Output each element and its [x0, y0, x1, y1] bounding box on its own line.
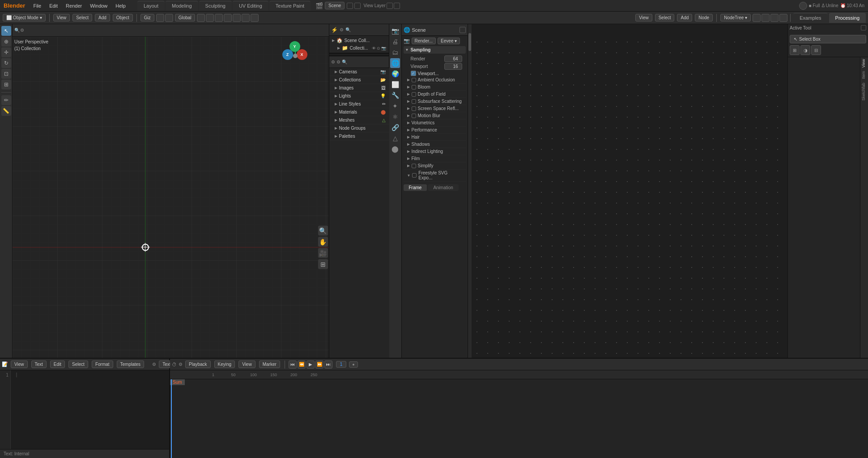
scene-props-icon[interactable]: 🌐: [390, 58, 400, 68]
ssr-header[interactable]: ▶ Screen Space Refl...: [404, 105, 466, 112]
physics-props-icon[interactable]: ⚛: [390, 112, 400, 122]
world-props-icon[interactable]: 🌍: [390, 69, 400, 79]
node-add-menu[interactable]: Add: [677, 14, 692, 21]
ambient-occlusion-header[interactable]: ▶ Ambient Occlusion: [404, 76, 466, 84]
jump-start[interactable]: ⏮: [289, 360, 297, 369]
scene-controls[interactable]: [347, 3, 353, 9]
tab-modeling[interactable]: Modeling: [166, 1, 198, 11]
performance-header[interactable]: ▶ Performance: [404, 127, 466, 134]
film-header[interactable]: ▶ Film: [404, 155, 466, 162]
tool-select[interactable]: ↖: [1, 26, 11, 36]
tab-examples[interactable]: Examples: [793, 13, 827, 23]
ssr-cb[interactable]: [412, 106, 416, 111]
giz-btn[interactable]: Giz: [140, 14, 154, 21]
scene-selector[interactable]: Scene: [325, 2, 345, 9]
dof-header[interactable]: ▶ Depth of Field: [404, 91, 466, 98]
tab-texture-paint[interactable]: Texture Paint: [269, 1, 311, 11]
tl-marker[interactable]: Marker: [259, 360, 280, 368]
viewport-denoising-cb[interactable]: ✓: [411, 71, 416, 76]
select-menu[interactable]: Select: [72, 14, 92, 21]
node-view-menu[interactable]: View: [635, 14, 652, 21]
te-text[interactable]: Text: [31, 360, 47, 368]
freestyle-header[interactable]: ▼ Freestyle SVG Expo...: [404, 170, 466, 182]
sampling-header[interactable]: ▼ Sampling: [404, 46, 466, 54]
constraints-props-icon[interactable]: 🔗: [390, 123, 400, 132]
tool-transform[interactable]: ⊞: [1, 80, 11, 89]
current-frame[interactable]: 1: [336, 361, 347, 368]
view-layer-props-icon[interactable]: 🗂: [390, 47, 400, 57]
te-templates[interactable]: Templates: [117, 360, 145, 368]
rotate-tool[interactable]: [206, 14, 214, 22]
viewport-value[interactable]: 16: [444, 63, 462, 70]
data-line-styles[interactable]: ▶ Line Styles ✏: [329, 100, 389, 108]
user-avatar[interactable]: [799, 2, 807, 10]
te-edit[interactable]: Edit: [50, 360, 65, 368]
material-props-icon[interactable]: ⬤: [390, 144, 400, 154]
view-layer-ctrl-2[interactable]: [394, 3, 400, 9]
tool-measure[interactable]: 📏: [1, 106, 11, 116]
hair-header[interactable]: ▶ Hair: [404, 134, 466, 141]
global-btn[interactable]: Global: [175, 14, 195, 21]
vtab-item[interactable]: Item: [860, 69, 868, 81]
menu-render[interactable]: Render: [62, 2, 85, 9]
data-props-icon[interactable]: △: [390, 133, 400, 143]
ao-cb[interactable]: [412, 78, 416, 82]
prev-frame[interactable]: ⏪: [298, 360, 306, 369]
scene-pin[interactable]: [460, 27, 466, 33]
zoom-tool[interactable]: 🔍: [318, 226, 328, 236]
viewport-mode-btn[interactable]: ⬜ Object Mode ▾: [3, 14, 46, 21]
dof-cb[interactable]: [412, 92, 416, 97]
data-materials[interactable]: ▶ Materials ⬤: [329, 108, 389, 116]
restrict-icon[interactable]: ⊙: [377, 46, 380, 51]
particles-props-icon[interactable]: ✦: [390, 101, 400, 111]
select-box-btn[interactable]: ↖ Select Box: [790, 35, 866, 43]
node-ctrl3[interactable]: [770, 14, 779, 22]
node-select-menu[interactable]: Select: [655, 14, 675, 21]
vtab-sketchfab[interactable]: Sketchfab: [860, 81, 868, 102]
te-select[interactable]: Select: [68, 360, 88, 368]
data-collections[interactable]: ▶ Collections 📂: [329, 76, 389, 84]
menu-help[interactable]: Help: [112, 2, 129, 9]
node-ctrl2[interactable]: [762, 14, 770, 22]
modifier-props-icon[interactable]: 🔧: [390, 90, 400, 100]
mb-cb[interactable]: [412, 114, 416, 118]
tab-processing[interactable]: Processing: [829, 13, 866, 23]
output-props-icon[interactable]: 🖨: [390, 37, 400, 47]
te-view[interactable]: View: [11, 360, 28, 368]
view-menu[interactable]: View: [53, 14, 70, 21]
panel-toggle-1[interactable]: [861, 25, 866, 30]
tool-move[interactable]: ✛: [1, 47, 11, 57]
shading-wire[interactable]: [233, 14, 241, 22]
sss-header[interactable]: ▶ Subsurface Scattering: [404, 98, 466, 105]
animation-tab[interactable]: Animation: [428, 184, 458, 191]
vis-icon[interactable]: 👁: [372, 46, 376, 51]
menu-edit[interactable]: Edit: [46, 2, 61, 9]
tab-layout[interactable]: Layout: [137, 1, 165, 11]
object-menu[interactable]: Object: [113, 14, 133, 21]
tl-view[interactable]: View: [238, 360, 255, 368]
node-ctrl4[interactable]: [779, 14, 787, 22]
data-palettes[interactable]: ▶ Palettes: [329, 132, 389, 140]
volumetrics-header[interactable]: ▶ Volumetrics: [404, 119, 466, 127]
pan-tool[interactable]: ✋: [318, 237, 328, 247]
simp-cb[interactable]: [412, 164, 416, 168]
vtab-view[interactable]: View: [860, 57, 868, 69]
render-props-icon[interactable]: 📷: [390, 26, 400, 36]
indirect-lighting-header[interactable]: ▶ Indirect Lighting: [404, 148, 466, 155]
tab-uv-editing[interactable]: UV Editing: [233, 1, 268, 11]
te-format[interactable]: Format: [92, 360, 113, 368]
node-node-menu[interactable]: Node: [695, 14, 713, 21]
overlay-btn[interactable]: [156, 14, 164, 22]
data-images[interactable]: ▶ Images 🖼: [329, 84, 389, 92]
tool-rotate[interactable]: ↻: [1, 58, 11, 68]
outliner-collection[interactable]: ▶ 📁 Collecti... 👁 ⊙ 📷: [330, 44, 388, 52]
shadows-header[interactable]: ▶ Shadows: [404, 141, 466, 148]
shading-look[interactable]: [242, 14, 250, 22]
fs-cb[interactable]: [412, 173, 417, 178]
scale-tool[interactable]: [215, 14, 223, 22]
node-ctrl1[interactable]: [753, 14, 761, 22]
tl-keying[interactable]: Keying: [214, 360, 235, 368]
shading-solid[interactable]: [224, 14, 232, 22]
timeline-content[interactable]: Sum: [170, 379, 868, 458]
render-icon[interactable]: 📷: [381, 46, 386, 51]
